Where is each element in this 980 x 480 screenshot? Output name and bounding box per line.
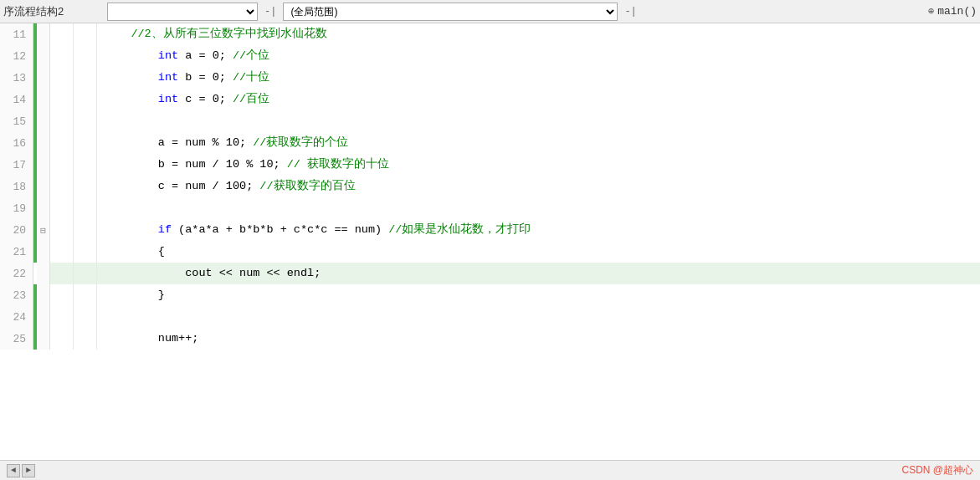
indent-guide [50, 45, 74, 67]
code-token: a = num % 10; [104, 134, 253, 152]
code-content[interactable]: //2、从所有三位数字中找到水仙花数 [97, 23, 980, 45]
line-number: 21 [0, 241, 33, 263]
main-icon: ⊕ [928, 5, 934, 18]
indent-guide [74, 110, 97, 132]
indent-guide [74, 89, 97, 110]
indent-guides [50, 284, 97, 306]
indent-guides [50, 176, 97, 197]
indent-guide [74, 132, 97, 154]
bottom-left: ◄ ► [7, 464, 35, 477]
indent-guide [74, 176, 97, 197]
code-token: b = num / 10 % 10; [104, 156, 287, 174]
code-line: 23 } [0, 284, 980, 306]
code-line: 12 int a = 0; //个位 [0, 45, 980, 67]
indent-guide [50, 197, 74, 219]
code-token [104, 47, 158, 65]
code-token: //百位 [233, 90, 269, 109]
indent-guide [74, 284, 97, 306]
fold-col [37, 263, 50, 284]
code-token: //如果是水仙花数，才打印 [388, 221, 531, 239]
fold-col [37, 67, 50, 89]
code-content[interactable]: c = num / 100; //获取数字的百位 [97, 176, 980, 197]
code-content[interactable]: if (a*a*a + b*b*b + c*c*c == num) //如果是水… [97, 219, 980, 241]
code-token: } [104, 286, 165, 304]
indent-guides [50, 306, 97, 328]
indent-guides [50, 89, 97, 110]
indent-guides [50, 241, 97, 263]
code-line: 14 int c = 0; //百位 [0, 89, 980, 110]
indent-guide [50, 67, 74, 89]
top-bar-right: ⊕ main() [928, 5, 977, 18]
indent-guides [50, 45, 97, 67]
line-number: 15 [0, 110, 33, 132]
code-token: num++; [104, 329, 198, 348]
code-token [104, 221, 158, 239]
main-func: main() [937, 5, 977, 18]
code-token: int [158, 47, 178, 65]
line-number: 11 [0, 23, 33, 45]
code-token: (a*a*a + b*b*b + c*c*c == num) [172, 221, 388, 239]
indent-guide [50, 328, 74, 350]
line-number: 17 [0, 154, 33, 176]
fold-col [37, 45, 50, 67]
code-content[interactable] [97, 197, 980, 219]
scope-dropdown[interactable] [107, 3, 258, 21]
indent-guide [74, 241, 97, 263]
indent-guides [50, 23, 97, 45]
code-line: 18 c = num / 100; //获取数字的百位 [0, 176, 980, 197]
fold-col[interactable]: ⊟ [37, 219, 50, 241]
top-bar-sep: -| [261, 6, 280, 18]
code-content[interactable]: a = num % 10; //获取数字的个位 [97, 132, 980, 154]
code-content[interactable]: { [97, 241, 980, 263]
code-token: //获取数字的个位 [253, 134, 348, 152]
code-content[interactable]: b = num / 10 % 10; // 获取数字的十位 [97, 154, 980, 176]
code-token: //个位 [233, 47, 269, 65]
code-content[interactable]: int b = 0; //十位 [97, 67, 980, 89]
code-content[interactable]: } [97, 284, 980, 306]
code-line: 22 cout << num << endl; [0, 263, 980, 284]
scroll-right-btn[interactable]: ► [22, 464, 35, 477]
code-content[interactable]: int c = 0; //百位 [97, 89, 980, 110]
fold-col [37, 132, 50, 154]
indent-guide [50, 284, 74, 306]
indent-guides [50, 197, 97, 219]
indent-guide [50, 89, 74, 110]
code-token [104, 90, 158, 109]
line-number: 24 [0, 306, 33, 328]
line-number: 23 [0, 284, 33, 306]
line-number: 22 [0, 263, 33, 284]
fold-col [37, 306, 50, 328]
code-token: int [158, 69, 178, 87]
fold-col [37, 110, 50, 132]
indent-guides [50, 328, 97, 350]
indent-guide [74, 197, 97, 219]
indent-guide [50, 154, 74, 176]
code-token: cout << num << endl; [104, 264, 321, 283]
code-line: 13 int b = 0; //十位 [0, 67, 980, 89]
indent-guide [74, 45, 97, 67]
code-content[interactable]: num++; [97, 328, 980, 350]
scroll-left-btn[interactable]: ◄ [7, 464, 20, 477]
indent-guide [50, 219, 74, 241]
code-line: 24 [0, 306, 980, 328]
code-content[interactable]: int a = 0; //个位 [97, 45, 980, 67]
code-content[interactable] [97, 110, 980, 132]
fold-col [37, 154, 50, 176]
fold-col [37, 241, 50, 263]
code-content[interactable]: cout << num << endl; [97, 263, 980, 284]
scope-dropdown2[interactable]: (全局范围) [283, 3, 618, 21]
code-token: //2、从所有三位数字中找到水仙花数 [104, 25, 327, 43]
indent-guide [74, 154, 97, 176]
indent-guide [50, 306, 74, 328]
code-token: { [104, 243, 165, 261]
code-line: 25 num++; [0, 328, 980, 350]
code-line: 15 [0, 110, 980, 132]
code-content[interactable] [97, 306, 980, 328]
code-token: int [158, 90, 178, 109]
indent-guide [74, 219, 97, 241]
line-number: 13 [0, 67, 33, 89]
indent-guide [50, 23, 74, 45]
indent-guide [50, 263, 74, 284]
indent-guides [50, 154, 97, 176]
code-line: 19 [0, 197, 980, 219]
